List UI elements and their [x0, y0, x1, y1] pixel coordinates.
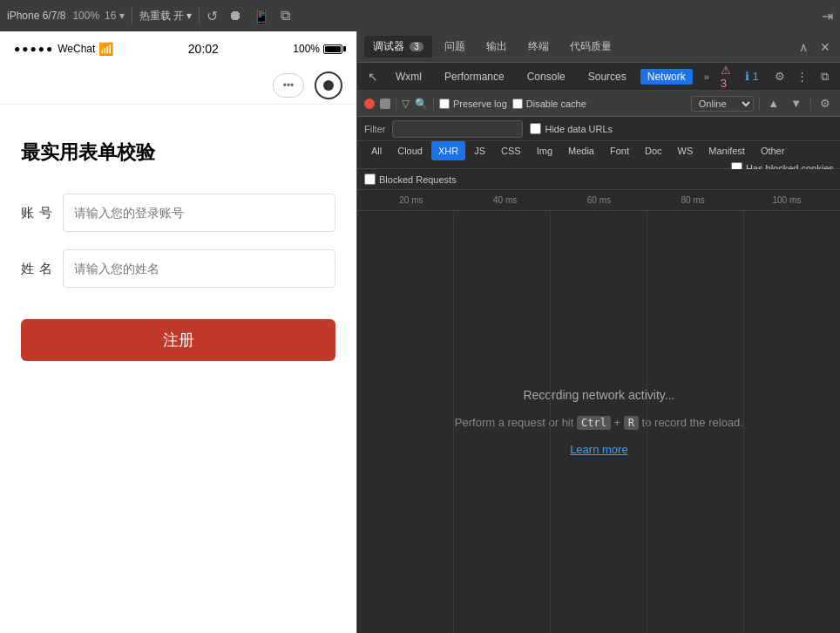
zoom-label: 100%	[72, 10, 99, 22]
form-title: 最实用表单校验	[21, 140, 335, 166]
toolbar-right: ⇥	[822, 8, 833, 24]
record-dot-icon	[323, 80, 334, 91]
filter-input[interactable]	[392, 120, 523, 138]
timeline-labels: 20 ms 40 ms 60 ms 80 ms 100 ms	[357, 195, 840, 205]
type-cloud[interactable]: Cloud	[390, 141, 430, 160]
type-font[interactable]: Font	[603, 141, 636, 160]
timeline-bar: 20 ms 40 ms 60 ms 80 ms 100 ms	[357, 190, 840, 211]
gear-icon[interactable]: ⚙	[771, 68, 789, 85]
type-ws[interactable]: WS	[671, 141, 701, 160]
status-right: 100%	[293, 43, 342, 55]
filter-bar: Filter Hide data URLs	[357, 117, 840, 141]
filter-label: Filter	[364, 124, 385, 134]
tab-network[interactable]: Network	[640, 69, 693, 85]
battery-pct: 100%	[293, 43, 320, 55]
tab-code-quality[interactable]: 代码质量	[561, 36, 620, 58]
battery-fill	[325, 46, 341, 52]
record-circle-button[interactable]	[315, 71, 342, 99]
net-divider-2	[433, 97, 434, 111]
phone-status-bar: ●●●●● WeChat 📶 20:02 100%	[0, 31, 356, 66]
tab-performance[interactable]: Performance	[436, 67, 513, 86]
more-options-icon[interactable]: ⋮	[794, 68, 811, 85]
tab-sources[interactable]: Sources	[579, 67, 635, 86]
tab-code-quality-label: 代码质量	[570, 40, 612, 52]
blocked-requests-label: Blocked Requests	[379, 174, 457, 185]
waterfall-col-1	[357, 211, 454, 633]
phone-icon[interactable]: 📱	[253, 8, 270, 24]
type-img[interactable]: Img	[530, 141, 559, 160]
pointer-icon[interactable]: ↖	[364, 68, 382, 85]
disable-cache-label: Disable cache	[526, 99, 586, 109]
preserve-log-row: Preserve log	[439, 99, 507, 109]
type-css[interactable]: CSS	[494, 141, 528, 160]
info-badge: ℹ 1	[743, 68, 761, 85]
net-divider-4	[810, 97, 811, 111]
expand-icon[interactable]: ⇥	[822, 8, 833, 24]
tab-terminal-label: 终端	[528, 40, 549, 52]
type-manifest[interactable]: Manifest	[701, 141, 752, 160]
import-icon[interactable]: ▲	[765, 95, 782, 112]
throttle-select[interactable]: Online Fast 3G Slow 3G Offline	[691, 96, 754, 112]
toolbar-icons: ↺ ⏺ 📱 ⧉	[207, 8, 290, 24]
stop-button[interactable]	[380, 99, 390, 109]
type-other[interactable]: Other	[754, 141, 792, 160]
network-sub-tabs: ↖ Wxml Performance Console Sources Netwo…	[357, 63, 840, 91]
tab-debugger[interactable]: 调试器 3	[364, 36, 432, 58]
tab-output-label: 输出	[486, 40, 507, 52]
waterfall-col-5	[744, 211, 840, 633]
type-all[interactable]: All	[364, 141, 389, 160]
tab-wxml[interactable]: Wxml	[387, 67, 430, 86]
hide-data-urls-row: Hide data URLs	[530, 123, 613, 134]
disable-cache-row: Disable cache	[512, 99, 586, 109]
settings-icon[interactable]: ⚙	[816, 95, 834, 112]
timeline-60ms: 60 ms	[552, 195, 647, 205]
tab-console[interactable]: Console	[518, 67, 574, 86]
collapse-icon[interactable]: ∧	[796, 38, 811, 56]
type-media[interactable]: Media	[561, 141, 601, 160]
more-button[interactable]: •••	[273, 73, 304, 98]
filter-icon[interactable]: ▽	[402, 98, 410, 110]
tab-debugger-badge: 3	[410, 42, 423, 51]
tab-issues[interactable]: 问题	[436, 36, 474, 58]
main-area: ●●●●● WeChat 📶 20:02 100% ••• 最实用表单校	[0, 31, 840, 633]
tab-output[interactable]: 输出	[478, 36, 516, 58]
export-icon[interactable]: ▼	[788, 95, 805, 112]
waterfall-col-2	[454, 211, 551, 633]
close-icon[interactable]: ✕	[816, 38, 834, 56]
disable-cache-checkbox[interactable]	[512, 99, 523, 109]
type-doc[interactable]: Doc	[638, 141, 669, 160]
window-icon[interactable]: ⧉	[281, 8, 290, 24]
type-xhr[interactable]: XHR	[431, 141, 465, 160]
name-row: 姓名	[21, 249, 335, 288]
account-input[interactable]	[63, 194, 335, 232]
blocked-requests-row: Blocked Requests	[357, 169, 840, 190]
name-input[interactable]	[63, 249, 335, 288]
expand-panel-icon[interactable]: ⧉	[816, 68, 834, 85]
blocked-requests-checkbox[interactable]	[364, 174, 376, 185]
top-toolbar: iPhone 6/7/8 100% 16 ▾ 热重载 开 ▾ ↺ ⏺ 📱 ⧉ ⇥	[0, 0, 840, 31]
divider-2	[199, 7, 200, 24]
hot-reload-toggle[interactable]: 热重载 开 ▾	[139, 9, 193, 24]
more-tabs-icon[interactable]: »	[698, 68, 715, 85]
network-content: Recording network activity... Perform a …	[357, 211, 840, 633]
type-js[interactable]: JS	[467, 141, 492, 160]
preserve-log-checkbox[interactable]	[439, 99, 450, 109]
search-icon[interactable]: 🔍	[415, 98, 428, 110]
dots-icon: •••	[283, 79, 295, 92]
hide-data-urls-checkbox[interactable]	[530, 123, 541, 134]
hide-data-urls-label: Hide data URLs	[545, 124, 613, 134]
wifi-icon: 📶	[98, 42, 113, 56]
record-icon[interactable]: ⏺	[228, 8, 242, 24]
submit-button[interactable]: 注册	[21, 319, 335, 361]
net-divider-1	[396, 97, 396, 111]
refresh-icon[interactable]: ↺	[207, 8, 218, 24]
status-time: 20:02	[188, 42, 219, 56]
phone-action-bar: •••	[0, 66, 356, 105]
tab-terminal[interactable]: 终端	[519, 36, 558, 58]
name-label: 姓名	[21, 261, 52, 277]
devtools-panel: 调试器 3 问题 输出 终端 代码质量 ∧ ✕ ↖ Wxml	[357, 31, 840, 633]
zoom-suffix: 16 ▾	[105, 10, 125, 22]
type-filter-bar: All Cloud XHR JS CSS Img Media Font Doc …	[357, 141, 840, 169]
record-button[interactable]	[364, 99, 375, 109]
device-selector[interactable]: iPhone 6/7/8 100% 16 ▾	[7, 10, 125, 22]
